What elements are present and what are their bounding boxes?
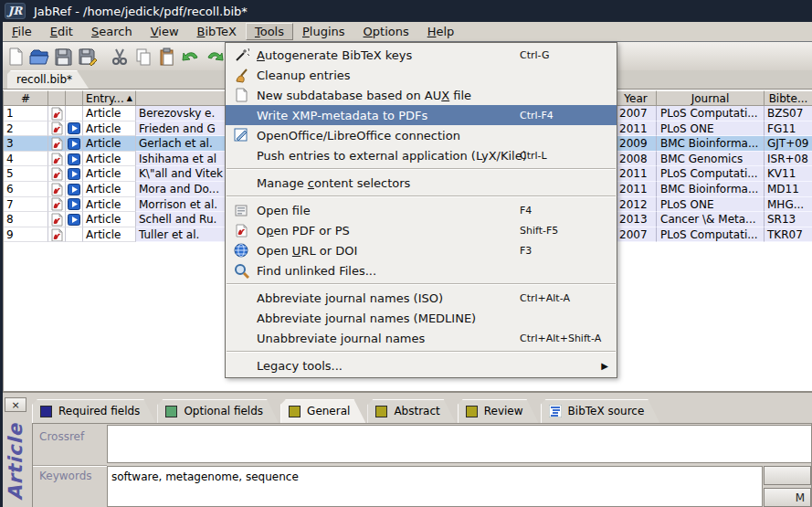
cell-pdf[interactable] bbox=[48, 106, 66, 121]
menubar-tools[interactable]: Tools bbox=[246, 23, 293, 40]
save-button[interactable] bbox=[51, 45, 75, 69]
cell-number[interactable]: 4 bbox=[4, 152, 48, 167]
cell-entrytype[interactable]: Article bbox=[83, 227, 136, 243]
menubar-bibtex[interactable]: BibTeX bbox=[188, 23, 246, 40]
field-side-button-1[interactable] bbox=[764, 466, 811, 485]
cell-number[interactable]: 8 bbox=[4, 212, 48, 227]
cell-pdf[interactable] bbox=[48, 152, 66, 167]
cell-entrytype[interactable]: Article bbox=[83, 166, 136, 182]
tab-recoll-bib[interactable]: recoll.bib* bbox=[7, 70, 89, 89]
cell-journal[interactable]: PLoS Computati... bbox=[657, 106, 765, 121]
cell-entrytype[interactable]: Article bbox=[83, 121, 136, 137]
crossref-field[interactable] bbox=[107, 425, 811, 463]
close-entry-editor-button[interactable]: × bbox=[5, 397, 26, 412]
cell-bibtexkey[interactable]: BZS07 bbox=[765, 106, 812, 121]
cell-url[interactable] bbox=[66, 106, 83, 121]
cell-number[interactable]: 9 bbox=[4, 227, 48, 243]
tab-bibtex-source[interactable]: BibTeX source bbox=[541, 399, 660, 423]
cell-entrytype[interactable]: Article bbox=[83, 152, 136, 167]
column-header-pdf[interactable] bbox=[48, 90, 66, 106]
column-header-entrytype[interactable]: Entry...▲ bbox=[83, 90, 136, 106]
cell-journal[interactable]: PLoS ONE bbox=[657, 121, 765, 137]
tab-optional-fields[interactable]: Optional fields bbox=[157, 399, 279, 423]
menu-item-open-url-or-doi[interactable]: Open URL or DOIF3 bbox=[226, 240, 617, 260]
cell-number[interactable]: 3 bbox=[4, 136, 48, 152]
save-as-button[interactable] bbox=[75, 45, 99, 69]
cell-pdf[interactable] bbox=[48, 197, 66, 213]
column-header-number[interactable]: # bbox=[4, 90, 48, 106]
cell-year[interactable]: 2012 bbox=[616, 197, 657, 213]
undo-button[interactable] bbox=[179, 45, 203, 69]
cell-bibtexkey[interactable]: TKR07 bbox=[765, 227, 812, 243]
cell-pdf[interactable] bbox=[48, 212, 66, 227]
cell-url[interactable] bbox=[66, 136, 83, 152]
cell-pdf[interactable] bbox=[48, 227, 66, 243]
cell-year[interactable]: 2007 bbox=[616, 227, 657, 243]
keywords-field[interactable]: software, metagenome, sequence bbox=[107, 466, 763, 507]
column-header-journal[interactable]: Journal bbox=[657, 90, 765, 106]
tab-review[interactable]: Review bbox=[458, 399, 539, 423]
cell-year[interactable]: 2009 bbox=[616, 136, 657, 152]
cell-year[interactable]: 2008 bbox=[616, 152, 657, 167]
menu-item-cleanup-entries[interactable]: Cleanup entries bbox=[226, 65, 617, 85]
column-header-bibtexkey[interactable]: Bibte... bbox=[765, 90, 812, 106]
cell-bibtexkey[interactable]: MD11 bbox=[765, 182, 812, 197]
cell-pdf[interactable] bbox=[48, 182, 66, 197]
cell-pdf[interactable] bbox=[48, 136, 66, 152]
column-header-year[interactable]: Year bbox=[616, 90, 657, 106]
menubar-help[interactable]: Help bbox=[418, 23, 464, 40]
redo-button[interactable] bbox=[203, 45, 227, 69]
menubar-view[interactable]: View bbox=[142, 23, 188, 40]
cell-url[interactable] bbox=[66, 182, 83, 197]
tab-required-fields[interactable]: Required fields bbox=[32, 399, 155, 423]
open-file-button[interactable] bbox=[27, 45, 51, 69]
cell-url[interactable] bbox=[66, 152, 83, 167]
cell-year[interactable]: 2011 bbox=[616, 166, 657, 182]
cell-url[interactable] bbox=[66, 227, 83, 243]
menu-item-abbreviate-journal-names-iso[interactable]: Abbreviate journal names (ISO)Ctrl+Alt-A bbox=[226, 288, 617, 308]
cell-year[interactable]: 2011 bbox=[616, 182, 657, 197]
menu-item-autogenerate-bibtex-keys[interactable]: Autogenerate BibTeX keysCtrl-G bbox=[226, 45, 617, 65]
cell-journal[interactable]: PLoS Computati... bbox=[657, 166, 765, 182]
cell-pdf[interactable] bbox=[48, 166, 66, 182]
cell-year[interactable]: 2013 bbox=[616, 212, 657, 227]
cell-entrytype[interactable]: Article bbox=[83, 182, 136, 197]
cell-year[interactable]: 2011 bbox=[616, 121, 657, 137]
cell-bibtexkey[interactable]: KV11 bbox=[765, 166, 812, 182]
field-side-button-2[interactable]: M bbox=[764, 488, 811, 507]
column-header-url[interactable] bbox=[66, 90, 83, 106]
cell-entrytype[interactable]: Article bbox=[83, 106, 136, 121]
cell-entrytype[interactable]: Article bbox=[83, 197, 136, 213]
cell-bibtexkey[interactable]: FG11 bbox=[765, 121, 812, 137]
menu-item-find-unlinked-files[interactable]: Find unlinked Files... bbox=[226, 260, 617, 280]
cell-pdf[interactable] bbox=[48, 121, 66, 137]
cut-button[interactable] bbox=[108, 45, 132, 69]
menubar-edit[interactable]: Edit bbox=[41, 23, 82, 40]
copy-button[interactable] bbox=[132, 45, 155, 69]
cell-number[interactable]: 5 bbox=[4, 166, 48, 182]
tab-general[interactable]: General bbox=[280, 399, 365, 423]
cell-journal[interactable]: BMC Bioinforma... bbox=[657, 182, 765, 197]
cell-entrytype[interactable]: Article bbox=[83, 136, 136, 152]
menu-item-manage-content-selectors[interactable]: Manage content selectors bbox=[226, 173, 617, 193]
cell-number[interactable]: 2 bbox=[4, 121, 48, 137]
menubar-search[interactable]: Search bbox=[82, 23, 142, 40]
cell-journal[interactable]: PLoS ONE bbox=[657, 197, 765, 213]
cell-bibtexkey[interactable]: ISR+08 bbox=[765, 152, 812, 167]
menu-item-write-xmp-metadata-to-pdfs[interactable]: Write XMP-metadata to PDFsCtrl-F4 bbox=[226, 105, 617, 125]
cell-url[interactable] bbox=[66, 166, 83, 182]
cell-url[interactable] bbox=[66, 121, 83, 137]
menu-item-unabbreviate-journal-names[interactable]: Unabbreviate journal namesCtrl+Alt+Shift… bbox=[226, 328, 617, 348]
paste-button[interactable] bbox=[155, 45, 179, 69]
menu-item-push-entries-to-external-application-lyx-kile[interactable]: Push entries to external application (Ly… bbox=[226, 145, 617, 165]
cell-url[interactable] bbox=[66, 197, 83, 213]
cell-bibtexkey[interactable]: MHG... bbox=[765, 197, 812, 213]
cell-bibtexkey[interactable]: GJT+09 bbox=[765, 136, 812, 152]
cell-bibtexkey[interactable]: SR13 bbox=[765, 212, 812, 227]
cell-url[interactable] bbox=[66, 212, 83, 227]
menu-item-open-file[interactable]: Open fileF4 bbox=[226, 200, 617, 220]
cell-number[interactable]: 7 bbox=[4, 197, 48, 213]
menubar-options[interactable]: Options bbox=[354, 23, 418, 40]
cell-year[interactable]: 2007 bbox=[616, 106, 657, 121]
menubar-file[interactable]: File bbox=[3, 23, 41, 40]
